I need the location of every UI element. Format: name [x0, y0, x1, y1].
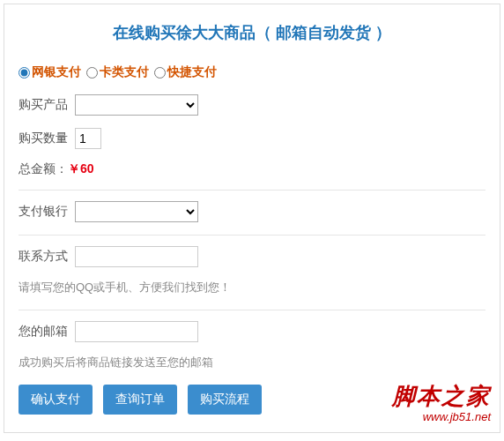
- email-row: 您的邮箱: [19, 321, 485, 342]
- payment-option-netbank[interactable]: 网银支付: [19, 64, 81, 78]
- email-label: 您的邮箱: [19, 324, 75, 340]
- total-amount: ￥60: [68, 161, 94, 176]
- contact-label: 联系方式: [19, 249, 75, 265]
- page-title: 在线购买徐大大商品（ 邮箱自动发货 ）: [19, 15, 485, 64]
- purchase-form-container: 在线购买徐大大商品（ 邮箱自动发货 ） 网银支付 卡类支付 快捷支付 购买产品 …: [4, 4, 500, 433]
- payment-option-quick[interactable]: 快捷支付: [154, 64, 217, 78]
- email-input[interactable]: [75, 321, 198, 342]
- watermark-url: www.jb51.net: [392, 410, 491, 423]
- total-label: 总金额：: [19, 161, 68, 176]
- contact-input[interactable]: [75, 246, 198, 267]
- payment-radio-netbank[interactable]: [19, 67, 30, 78]
- payment-radio-quick[interactable]: [154, 67, 166, 78]
- payment-radio-card[interactable]: [86, 67, 98, 78]
- email-hint: 成功购买后将商品链接发送至您的邮箱: [19, 355, 485, 370]
- watermark-brand: 脚本之家: [392, 381, 491, 412]
- product-row: 购买产品: [19, 94, 485, 116]
- quantity-label: 购买数量: [19, 131, 75, 146]
- quantity-row: 购买数量: [19, 128, 485, 149]
- bank-row: 支付银行: [19, 201, 485, 222]
- divider: [19, 190, 485, 191]
- query-order-button[interactable]: 查询订单: [103, 385, 177, 415]
- total-row: 总金额：￥60: [19, 161, 485, 177]
- purchase-process-button[interactable]: 购买流程: [188, 385, 262, 415]
- confirm-pay-button[interactable]: 确认支付: [19, 385, 93, 415]
- bank-select[interactable]: [75, 201, 198, 222]
- watermark: 脚本之家 www.jb51.net: [392, 381, 491, 423]
- payment-label-quick: 快捷支付: [167, 64, 217, 78]
- payment-label-netbank: 网银支付: [32, 64, 81, 78]
- product-label: 购买产品: [19, 97, 75, 113]
- quantity-input[interactable]: [75, 128, 101, 149]
- payment-label-card: 卡类支付: [100, 64, 149, 78]
- payment-option-card[interactable]: 卡类支付: [86, 64, 149, 78]
- payment-method-group: 网银支付 卡类支付 快捷支付: [19, 64, 485, 80]
- product-select[interactable]: [75, 94, 198, 116]
- divider: [19, 235, 485, 235]
- divider: [19, 310, 485, 310]
- bank-label: 支付银行: [19, 204, 75, 220]
- contact-row: 联系方式: [19, 246, 485, 267]
- contact-hint: 请填写您的QQ或手机、方便我们找到您！: [19, 280, 485, 295]
